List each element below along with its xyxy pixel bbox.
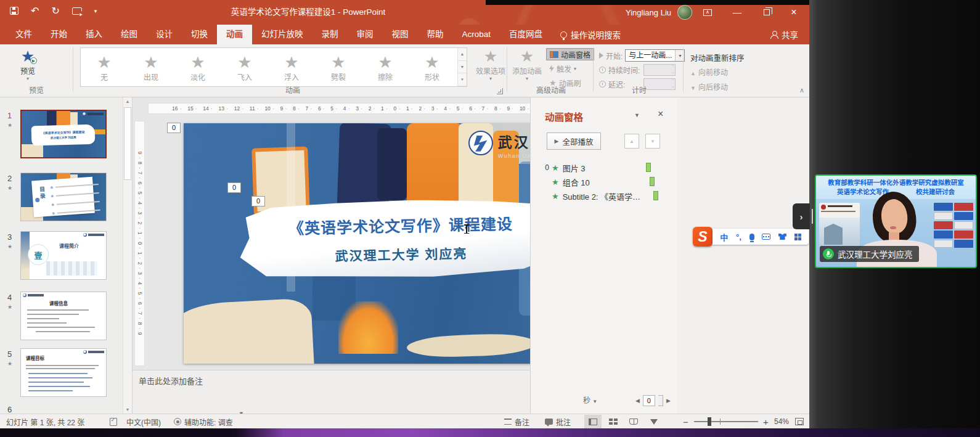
trigger-button[interactable]: 触发 ▾ [546, 62, 594, 75]
slide-3-thumbnail[interactable]: 壹 课程简介 [20, 231, 107, 280]
timing-bar[interactable] [653, 191, 658, 200]
tab-绘图[interactable]: 绘图 [112, 25, 147, 44]
notes-toggle-button[interactable]: 备注 [504, 414, 529, 429]
add-animation-button[interactable]: ★ 添加动画 ▾ [510, 47, 544, 86]
tab-审阅[interactable]: 审阅 [348, 25, 383, 44]
thumbnail-scrollbar[interactable]: ▲ ▼ [123, 97, 132, 414]
gallery-item-浮入[interactable]: ★浮入 [268, 48, 315, 86]
animation-badge[interactable]: 0 [227, 182, 241, 193]
preview-button[interactable]: ★ ▶ 预览 ▾ [10, 47, 46, 86]
normal-view-button[interactable] [584, 415, 602, 428]
share-button[interactable]: 共享 [770, 25, 798, 44]
play-all-button[interactable]: ▶ 全部播放 [547, 133, 601, 150]
gallery-item-擦除[interactable]: ★擦除 [362, 48, 409, 86]
gallery-scroll-up-button[interactable]: ▲ [458, 48, 467, 61]
gallery-item-劈裂[interactable]: ★劈裂 [315, 48, 362, 86]
tab-开始[interactable]: 开始 [41, 25, 76, 44]
timeline-zoom-right-icon[interactable]: ▶ [666, 398, 671, 404]
video-conference-overlay[interactable]: 教育部教学科研一体化外语教学研究虚拟教研室 英语学术论文写作校共建研讨会 武汉理… [815, 174, 977, 268]
reading-view-button[interactable] [625, 415, 642, 428]
animation-badge[interactable]: 0 [167, 123, 181, 133]
sogou-logo-icon[interactable]: S [693, 227, 713, 247]
effect-options-button[interactable]: ★ 效果选项 ▾ [472, 47, 509, 86]
redo-icon[interactable]: ↻ [51, 5, 59, 17]
slide-5-thumbnail[interactable]: 课程目标 [20, 348, 107, 397]
language-indicator[interactable]: 中文(中国) [126, 414, 161, 429]
timing-bar[interactable] [650, 177, 655, 186]
tab-幻灯片放映[interactable]: 幻灯片放映 [252, 25, 312, 44]
gallery-item-无[interactable]: ★无 [81, 48, 128, 86]
pane-move-down-button[interactable]: ▼ [645, 134, 660, 149]
tab-帮助[interactable]: 帮助 [418, 25, 453, 44]
user-name[interactable]: Yingliang Liu [626, 8, 671, 17]
animation-badge[interactable]: 0 [251, 196, 265, 206]
entrance-star-icon: ★ [552, 163, 559, 173]
fit-slide-button[interactable] [795, 414, 804, 429]
slide-sorter-view-button[interactable] [605, 415, 622, 428]
thumbnail-scroll-up-icon[interactable]: ▲ [123, 99, 132, 104]
seconds-dropdown[interactable]: 秒 ▼ [583, 394, 597, 405]
ime-skin-icon[interactable] [778, 234, 786, 240]
gallery-item-飞入[interactable]: ★飞入 [221, 48, 268, 86]
tab-动画[interactable]: 动画 [217, 25, 252, 44]
animation-item-1[interactable]: 0★图片 3 [531, 161, 677, 174]
slide-2-thumbnail[interactable]: 目录 [20, 173, 107, 221]
save-icon[interactable] [10, 7, 18, 15]
spellcheck-icon[interactable] [110, 414, 117, 429]
tab-录制[interactable]: 录制 [312, 25, 348, 44]
customize-qat-icon[interactable]: ▾ [94, 8, 97, 14]
animation-pane-button[interactable]: 动画窗格 [546, 48, 594, 60]
pane-move-up-button[interactable]: ▲ [624, 134, 639, 149]
animation-pane-close-icon[interactable]: × [658, 108, 663, 120]
gallery-item-形状[interactable]: ★形状 [409, 48, 455, 86]
title-banner[interactable]: 《英语学术论文写作》课程建设 武汉理工大学 刘应亮 [239, 197, 562, 280]
zoom-out-button[interactable]: − [683, 414, 688, 429]
avatar[interactable] [677, 5, 692, 20]
thumbnail-scrollbar-thumb[interactable] [124, 107, 131, 180]
animation-pane-dropdown-icon[interactable]: ▼ [634, 112, 640, 118]
timing-bar[interactable] [646, 163, 651, 172]
gallery-item-淡化[interactable]: ★淡化 [174, 48, 221, 86]
timeline-zoom-value[interactable]: 0 [643, 395, 655, 406]
ime-toolbox-icon[interactable] [794, 234, 801, 240]
tab-Acrobat[interactable]: Acrobat [453, 25, 500, 44]
animation-item-2[interactable]: ★组合 10 [531, 175, 677, 189]
duration-input[interactable] [643, 64, 676, 76]
start-play-icon [599, 52, 603, 59]
tab-切换[interactable]: 切换 [182, 25, 217, 44]
tab-百度网盘[interactable]: 百度网盘 [500, 25, 552, 44]
notes-placeholder[interactable]: 单击此处添加备注 [139, 375, 203, 386]
tab-设计[interactable]: 设计 [147, 25, 182, 44]
gallery-scroll-down-button[interactable]: ▼ [458, 61, 467, 74]
slide-subtitle-text[interactable]: 武汉理工大学 刘应亮 [335, 243, 467, 264]
tell-me-search[interactable]: 操作说明搜索 [552, 25, 629, 44]
move-earlier-button[interactable]: ▲向前移动 [690, 67, 728, 77]
slide-title-text[interactable]: 《英语学术论文写作》课程建设 [288, 211, 513, 239]
video-panel-collapse-button[interactable]: › [793, 203, 810, 229]
zoom-percentage[interactable]: 54% [774, 414, 789, 429]
slide-4-thumbnail[interactable]: 课程信息 [20, 292, 107, 340]
ime-punctuation-button[interactable]: °, [736, 232, 741, 242]
slideshow-view-button[interactable] [645, 415, 663, 428]
slide-counter[interactable]: 幻灯片 第 1 张, 共 22 张 [6, 414, 84, 429]
move-later-button[interactable]: ▼向后移动 [690, 81, 728, 92]
zoom-in-button[interactable]: + [763, 414, 769, 429]
slide-1-thumbnail[interactable]: 《英语学术论文写作》课程建设 武汉理工大学 刘应亮 [20, 110, 107, 158]
gallery-item-出现[interactable]: ★出现 [128, 48, 174, 86]
undo-icon[interactable]: ↶ [31, 5, 39, 17]
ime-chinese-mode-button[interactable]: 中 [720, 231, 728, 243]
tab-文件[interactable]: 文件 [6, 25, 41, 44]
start-slideshow-icon[interactable] [72, 7, 82, 15]
ime-microphone-icon[interactable] [749, 234, 754, 240]
thumbnail-scroll-down-icon[interactable]: ▼ [123, 407, 132, 412]
tab-插入[interactable]: 插入 [76, 25, 112, 44]
collapse-ribbon-icon[interactable]: ∧ [799, 86, 804, 94]
zoom-slider-thumb[interactable] [708, 417, 711, 426]
start-dropdown[interactable]: 与上一动画... ▼ [625, 49, 685, 62]
accessibility-status[interactable]: 辅助功能: 调查 [174, 414, 233, 429]
ime-keyboard-icon[interactable] [762, 234, 770, 240]
zoom-slider-track[interactable] [694, 421, 758, 422]
comments-toggle-button[interactable]: 批注 [545, 414, 571, 429]
timeline-zoom-left-icon[interactable]: ◀ [635, 398, 640, 404]
tab-视图[interactable]: 视图 [383, 25, 418, 44]
